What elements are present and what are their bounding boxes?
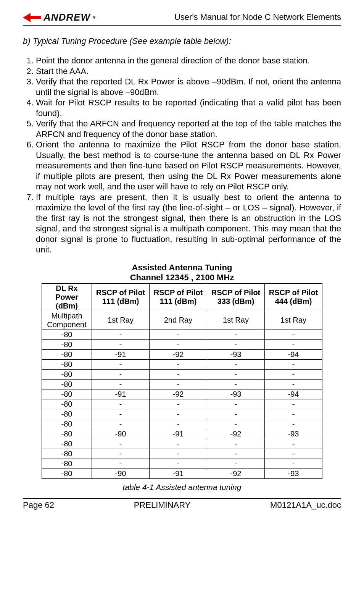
- table-cell: -80: [42, 419, 92, 429]
- table-cell: -: [150, 330, 207, 339]
- table-cell: -: [150, 439, 207, 449]
- document-title: User's Manual for Node C Network Element…: [174, 12, 341, 22]
- table-row: -80----: [42, 459, 322, 469]
- table-cell: -90: [92, 429, 150, 439]
- footer-filename: M0121A1A_uc.doc: [270, 500, 341, 510]
- table-cell: -: [150, 459, 207, 469]
- table-row: -80----: [42, 369, 322, 379]
- table-cell: -: [150, 359, 207, 369]
- table-cell: -93: [207, 389, 265, 399]
- table-cell: -: [92, 419, 150, 429]
- table-subheader: 2nd Ray: [150, 311, 207, 330]
- table-cell: -80: [42, 389, 92, 399]
- table-cell: -: [207, 339, 265, 349]
- table-cell: -91: [92, 389, 150, 399]
- table-row: -80----: [42, 399, 322, 409]
- table-cell: -80: [42, 439, 92, 449]
- table-row: -80----: [42, 339, 322, 349]
- table-cell: -: [92, 449, 150, 459]
- table-cell: -92: [150, 349, 207, 359]
- table-cell: -92: [150, 389, 207, 399]
- table-cell: -: [265, 399, 322, 409]
- table-cell: -: [92, 379, 150, 389]
- table-cell: -90: [92, 469, 150, 478]
- tuning-table: DL Rx Power (dBm)RSCP of Pilot 111 (dBm)…: [42, 283, 322, 479]
- table-cell: -: [207, 399, 265, 409]
- table-row: -80----: [42, 449, 322, 459]
- table-row: -80-91-92-93-94: [42, 389, 322, 399]
- table-cell: -80: [42, 349, 92, 359]
- table-cell: -80: [42, 449, 92, 459]
- table-cell: -80: [42, 359, 92, 369]
- table-subtitle: Channel 12345 , 2100 MHz: [23, 273, 341, 283]
- table-cell: -: [207, 409, 265, 419]
- table-cell: -: [150, 399, 207, 409]
- procedure-step: If multiple rays are present, then it is…: [36, 192, 341, 255]
- table-cell: -: [150, 449, 207, 459]
- table-cell: -: [150, 379, 207, 389]
- table-cell: -: [92, 409, 150, 419]
- table-cell: -80: [42, 369, 92, 379]
- footer-status: PRELIMINARY: [134, 500, 191, 510]
- table-cell: -93: [207, 349, 265, 359]
- section-b-heading: b) Typical Tuning Procedure (See example…: [23, 36, 341, 46]
- table-cell: -: [207, 449, 265, 459]
- footer-page: Page 62: [23, 500, 54, 510]
- table-cell: -92: [207, 469, 265, 478]
- table-cell: -: [92, 339, 150, 349]
- table-row: -80----: [42, 409, 322, 419]
- svg-marker-0: [23, 13, 41, 22]
- procedure-step: Orient the antenna to maximize the Pilot…: [36, 139, 341, 192]
- table-header: RSCP of Pilot 444 (dBm): [265, 283, 322, 311]
- table-row: -80----: [42, 379, 322, 389]
- table-header: DL Rx Power (dBm): [42, 283, 92, 311]
- procedure-step: Verify that the ARFCN and frequency repo…: [36, 118, 341, 139]
- table-cell: -80: [42, 429, 92, 439]
- table-caption: table 4-1 Assisted antenna tuning: [23, 483, 341, 492]
- table-cell: -: [92, 369, 150, 379]
- table-cell: -: [92, 439, 150, 449]
- table-cell: -: [207, 330, 265, 339]
- table-cell: -: [150, 419, 207, 429]
- table-cell: -: [150, 339, 207, 349]
- table-subheader: 1st Ray: [265, 311, 322, 330]
- table-cell: -: [207, 369, 265, 379]
- table-title: Assisted Antenna Tuning: [23, 263, 341, 273]
- procedure-step: Wait for Pilot RSCP results to be report…: [36, 97, 341, 118]
- table-row: -80-90-91-92-93: [42, 429, 322, 439]
- table-cell: -: [265, 439, 322, 449]
- table-cell: -91: [92, 349, 150, 359]
- procedure-step: Verify that the reported DL Rx Power is …: [36, 76, 341, 97]
- brand-logo: ANDREW®: [23, 11, 96, 23]
- table-cell: -: [207, 459, 265, 469]
- procedure-list: Point the donor antenna in the general d…: [23, 55, 341, 255]
- table-cell: -94: [265, 389, 322, 399]
- table-cell: -: [265, 419, 322, 429]
- table-cell: -: [265, 409, 322, 419]
- table-cell: -80: [42, 459, 92, 469]
- table-cell: -91: [150, 469, 207, 478]
- table-cell: -: [92, 359, 150, 369]
- table-cell: -80: [42, 409, 92, 419]
- table-cell: -91: [150, 429, 207, 439]
- logo-registered: ®: [93, 15, 96, 19]
- table-header: RSCP of Pilot 111 (dBm): [150, 283, 207, 311]
- table-cell: -: [265, 379, 322, 389]
- table-cell: -: [207, 419, 265, 429]
- table-cell: -80: [42, 379, 92, 389]
- table-cell: -80: [42, 399, 92, 409]
- logo-icon: [23, 12, 41, 23]
- table-cell: -: [207, 439, 265, 449]
- table-cell: -: [265, 449, 322, 459]
- table-header: RSCP of Pilot 333 (dBm): [207, 283, 265, 311]
- table-cell: -: [150, 409, 207, 419]
- table-subheader: 1st Ray: [92, 311, 150, 330]
- table-cell: -: [265, 359, 322, 369]
- page-header: ANDREW® User's Manual for Node C Network…: [23, 11, 341, 26]
- table-cell: -: [207, 359, 265, 369]
- table-cell: -80: [42, 339, 92, 349]
- table-cell: -92: [207, 429, 265, 439]
- table-row: -80----: [42, 330, 322, 339]
- table-cell: -: [207, 379, 265, 389]
- table-cell: -: [265, 330, 322, 339]
